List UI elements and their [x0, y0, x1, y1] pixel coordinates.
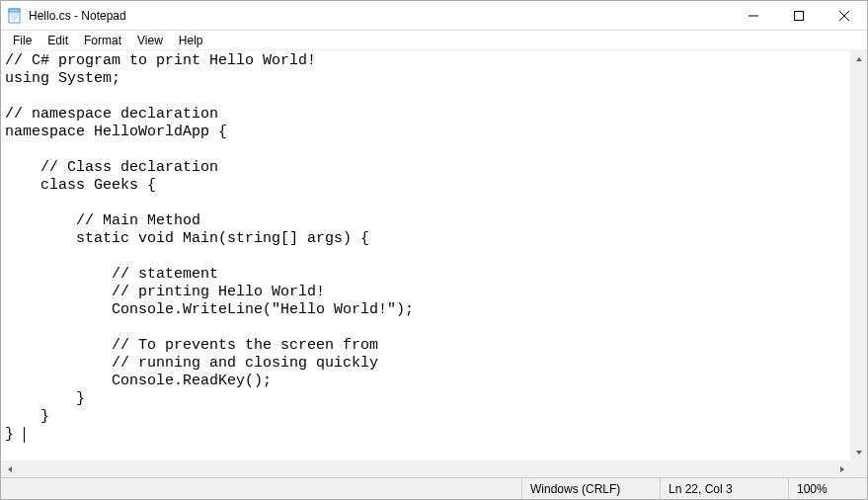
editor-area: // C# program to print Hello World! usin…	[1, 50, 867, 477]
text-cursor	[24, 427, 25, 443]
window-controls	[731, 1, 867, 30]
menubar: File Edit Format View Help	[1, 31, 867, 50]
notepad-icon	[7, 8, 23, 24]
vertical-scrollbar[interactable]	[850, 50, 867, 460]
maximize-button[interactable]	[776, 1, 822, 30]
horizontal-scrollbar[interactable]	[1, 460, 850, 477]
scroll-down-arrow-icon[interactable]	[850, 444, 867, 460]
status-zoom: 100%	[788, 478, 867, 499]
minimize-button[interactable]	[731, 1, 776, 30]
titlebar[interactable]: Hello.cs - Notepad	[1, 1, 867, 31]
status-cursor-position: Ln 22, Col 3	[660, 478, 788, 499]
status-line-ending: Windows (CRLF)	[521, 478, 660, 499]
close-button[interactable]	[822, 1, 867, 30]
scroll-up-arrow-icon[interactable]	[850, 50, 867, 67]
svg-rect-7	[795, 11, 804, 20]
scroll-left-arrow-icon[interactable]	[1, 460, 18, 477]
menu-file[interactable]: File	[5, 32, 39, 49]
menu-view[interactable]: View	[129, 32, 171, 49]
menu-format[interactable]: Format	[76, 32, 129, 49]
size-grip	[850, 460, 867, 477]
svg-rect-1	[9, 9, 20, 12]
menu-edit[interactable]: Edit	[39, 32, 76, 49]
svg-marker-10	[856, 57, 862, 61]
svg-marker-12	[8, 466, 12, 472]
text-editor[interactable]: // C# program to print Hello World! usin…	[1, 50, 867, 460]
scroll-right-arrow-icon[interactable]	[833, 460, 850, 477]
menu-help[interactable]: Help	[171, 32, 211, 49]
horizontal-scroll-track[interactable]	[18, 460, 833, 477]
svg-marker-13	[840, 466, 844, 472]
editor-content: // C# program to print Hello World! usin…	[5, 52, 414, 443]
statusbar: Windows (CRLF) Ln 22, Col 3 100%	[1, 477, 867, 499]
window-title: Hello.cs - Notepad	[29, 9, 731, 23]
vertical-scroll-track[interactable]	[850, 67, 867, 444]
svg-marker-11	[856, 451, 862, 455]
